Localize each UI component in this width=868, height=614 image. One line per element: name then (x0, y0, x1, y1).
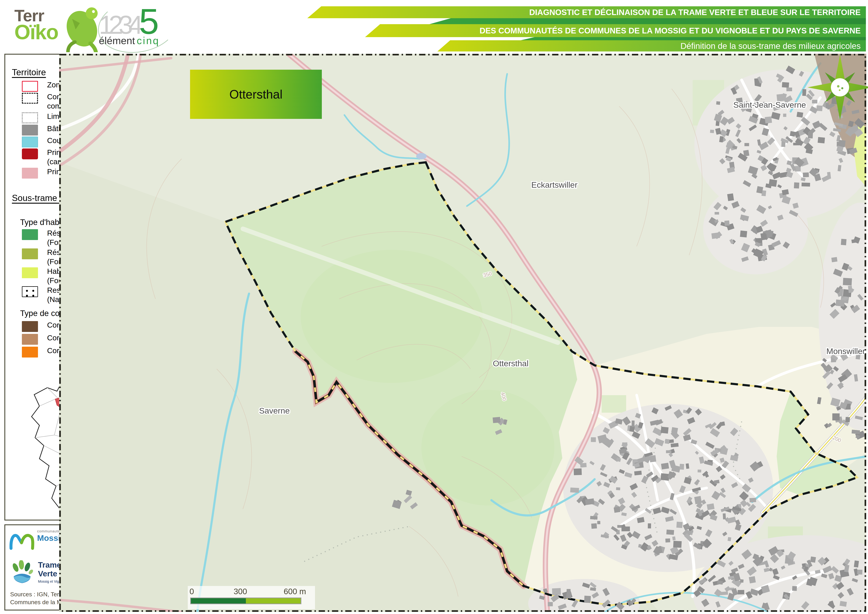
title-banner-1-text: DIAGNOSTIC ET DÉCLINAISON DE LA TRAME VE… (529, 8, 861, 17)
reservoir-bright-patch-1 (301, 250, 483, 383)
corridor-restaurer-swatch (22, 347, 38, 358)
reservoirs-institutionnels-swatch (22, 286, 38, 297)
title-banner-3: Définition de la sous-trame des milieux … (437, 40, 866, 51)
scale-bar: 0 300 600 m (188, 586, 315, 609)
reservoir-principal-swatch (22, 229, 38, 240)
main-map: 350 400 200 Saint-Jean-Saverne Eckartswi… (59, 54, 866, 612)
element-cinq-wordmark: élémentcinq (99, 35, 174, 47)
reservoir-bright-patch-2 (422, 390, 554, 505)
mossig-m-icon (8, 529, 35, 550)
scale-bar-segment-2 (246, 598, 301, 603)
map-label-saint-jean-saverne: Saint-Jean-Saverne (733, 100, 806, 109)
corridor-principal-swatch (22, 321, 38, 332)
pond (416, 153, 427, 159)
axes-transport-swatch (22, 168, 38, 179)
scale-tick-600: 600 m (284, 587, 306, 596)
map-title-box: Ottersthal (190, 70, 322, 119)
legend-item-bati: Bâti (22, 124, 60, 135)
bati-label: Bâti (47, 124, 60, 133)
scale-bar-segment-1 (191, 598, 246, 603)
map-label-saverne: Saverne (259, 406, 290, 415)
map-label-ottersthal: Ottersthal (493, 359, 529, 368)
title-banner-2-text: DES COMMUNAUTÉS DE COMMUNES DE LA MOSSIG… (479, 26, 861, 35)
limites-communales-swatch (22, 112, 38, 123)
scale-tick-0: 0 (189, 587, 194, 596)
title-banner-2: DES COMMUNAUTÉS DE COMMUNES DE LA MOSSIG… (365, 24, 866, 37)
element-cinq-word2: cinq (137, 35, 160, 46)
map-layout-page: { "header": { "terroiko_logo": {"part1":… (0, 0, 868, 614)
habitat-relais-swatch (22, 267, 38, 278)
terroiko-logo: Terr Oïko (14, 8, 58, 41)
map-canvas: 350 400 200 Saint-Jean-Saverne Eckartswi… (59, 54, 866, 612)
terroiko-logo-text2: Oïko (14, 23, 58, 41)
communautes-communes-swatch (22, 93, 38, 104)
title-banner-1: DIAGNOSTIC ET DÉCLINAISON DE LA TRAME VE… (307, 6, 866, 18)
corridor-secondaire-swatch (22, 334, 38, 345)
bati-swatch (22, 125, 38, 135)
tvb-paw-icon (11, 560, 34, 584)
obstacles-swatch (22, 148, 38, 159)
scale-tick-300: 300 (234, 587, 247, 596)
cours-eau-swatch (22, 137, 38, 148)
title-banner-3-text: Définition de la sous-trame des milieux … (680, 41, 861, 51)
element-cinq-word1: élément (99, 35, 135, 46)
scale-bar-track (190, 597, 301, 604)
element-cinq-logo: 12345 élémentcinq (99, 7, 174, 54)
legend-territoire-title: Territoire (12, 67, 46, 78)
reservoir-secondaire-swatch (22, 249, 38, 259)
map-label-monswiller: Monswiller (826, 347, 865, 356)
compass-rose-icon (805, 52, 868, 122)
banner-accent-stripe-1 (427, 17, 866, 25)
zone-etude-swatch (22, 81, 38, 92)
element-cinq-number-5: 5 (139, 7, 159, 36)
map-label-eckartswiller: Eckartswiller (531, 180, 578, 190)
